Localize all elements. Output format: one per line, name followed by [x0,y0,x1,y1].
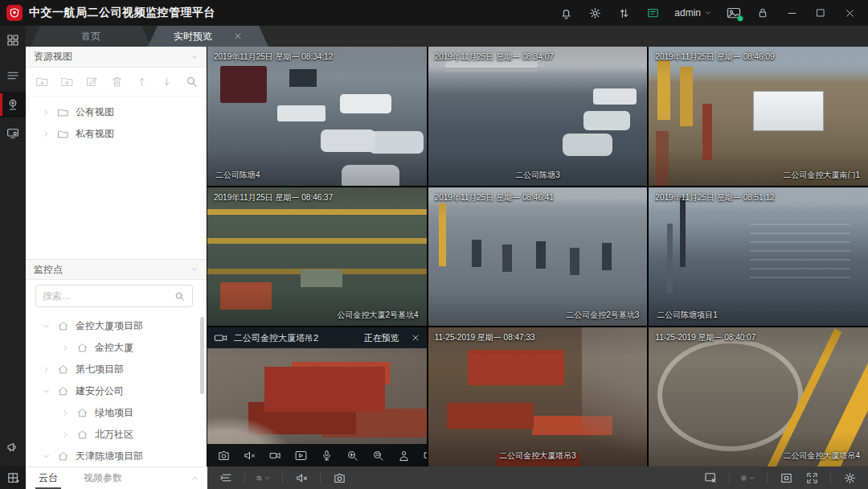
video-cell-5[interactable]: 2019年11月25日 星期一 08:46:41 二公司金控2号基坑3 [428,187,648,327]
chevron-down-icon[interactable] [42,387,51,396]
video-timestamp: 2019年11月25日 星期一 08:46:41 [435,192,554,203]
tab-ptz-label: 云台 [39,471,58,485]
tab-ptz[interactable]: 云台 [26,467,71,489]
folder-icon [57,106,69,118]
close-screen-icon[interactable] [703,471,718,485]
tree-item-label: 绿地项目 [95,406,133,420]
app-window: 中交一航局二公司视频监控管理平台 admin 首页 实时预览 [0,0,868,489]
tab-close-icon[interactable] [233,31,243,41]
tree-item-public-views[interactable]: 公有视图 [26,101,207,123]
goto-position-icon[interactable] [397,449,411,462]
tree-item-site[interactable]: 建安分公司 [26,380,207,402]
playback-icon[interactable] [294,449,308,462]
settings-icon[interactable] [588,6,602,20]
tree-item-private-views[interactable]: 私有视图 [26,123,207,145]
move-down-icon[interactable] [160,75,174,88]
chevron-right-icon[interactable] [42,129,51,138]
tab-home[interactable]: 首页 [31,26,151,47]
lock-icon[interactable] [755,6,770,20]
chevron-right-icon[interactable] [61,430,70,439]
svg-text:3D: 3D [375,453,381,457]
minimize-button[interactable] [784,6,799,20]
apps-grid-icon[interactable] [0,27,26,53]
tree-item-site[interactable]: 第七项目部 [26,359,207,380]
zoom-in-icon[interactable] [346,449,359,462]
device-settings-icon[interactable] [0,121,26,146]
pip-icon[interactable] [779,471,793,485]
search-icon[interactable] [185,75,199,88]
resource-tree: 公有视图 私有视图 [26,97,207,145]
tree-item-site[interactable]: 绿地项目 [26,402,207,424]
tree-item-site[interactable]: 北万社区 [26,424,207,446]
video-cell-6[interactable]: 2019年11月25日 星期一 08:51:12 二公司陈塘项目1 [649,187,868,327]
tree-item-label: 天津陈塘项目部 [76,450,143,463]
chevron-right-icon[interactable] [61,343,70,352]
chevron-up-icon[interactable] [190,474,199,483]
video-cell-3[interactable]: 2019年11月25日 星期一 08:46:09 二公司金控大厦南门1 [649,47,868,186]
capture-status-icon[interactable] [727,6,741,20]
tab-bar: 首页 实时预览 [26,26,868,47]
record-icon[interactable] [268,449,282,462]
search-input[interactable] [43,290,174,302]
chevron-down-icon[interactable] [42,322,51,331]
maximize-button[interactable] [813,6,828,20]
mute-icon[interactable] [243,449,256,462]
tab-live-preview[interactable]: 实时预览 [148,26,268,47]
resource-view-header[interactable]: 资源视图 [26,47,207,68]
tree-item-site[interactable]: 金控大厦项目部 [26,315,207,337]
left-panel: 资源视图 公有视图 私有视图 监控点 [26,47,207,466]
broadcast-icon[interactable] [0,434,26,460]
close-video-icon[interactable] [411,333,420,343]
tab-video-params[interactable]: 视频参数 [71,467,135,489]
video-cell-4[interactable]: 2019年11月25日 星期一 08:46:37 公司金控大厦2号基坑4 [207,187,427,327]
home-icon [57,450,69,462]
search-icon[interactable] [174,290,186,302]
video-cell-2[interactable]: 2019年11月25日 星期一 08:34:07 二公司陈塘3 [428,47,648,186]
snapshot-icon[interactable] [217,449,231,462]
mute-icon[interactable] [294,471,309,485]
wall-add-icon[interactable] [0,466,26,489]
grid-layout-icon[interactable] [741,471,755,485]
resource-toolbar [26,68,207,97]
tree-item-label: 私有视图 [76,127,114,141]
chevron-right-icon[interactable] [42,108,51,117]
video-timestamp: 2019年11月25日 星期一 08:46:09 [655,51,774,63]
snapshot-icon[interactable] [332,471,346,485]
video-cell-9[interactable]: 11-25-2019 星期一 08:40:07 二公司金控大厦塔吊4 [649,327,868,466]
video-cell-8[interactable]: 11-25-2019 星期一 08:47:33 二公司金控大厦塔吊3 [428,327,648,466]
preset-icon[interactable] [423,449,427,462]
zoom-3d-icon[interactable]: 3D [371,449,385,462]
video-cell-7-selected[interactable]: 二公司金控大厦塔吊2 正在预览 3D [207,327,427,466]
data-switch-icon[interactable] [616,6,631,20]
menu-icon[interactable] [0,63,26,88]
video-frame [649,327,868,466]
home-icon [57,320,69,332]
webcam-icon[interactable] [0,92,26,117]
stream-list-icon[interactable] [219,471,233,485]
close-button[interactable] [842,6,857,20]
bell-icon[interactable] [559,6,573,20]
chevron-right-icon[interactable] [42,365,51,374]
add-view-icon[interactable] [60,75,74,88]
add-folder-icon[interactable] [35,75,49,88]
grid-toolbar-right [703,471,857,485]
settings-icon[interactable] [842,471,857,485]
video-cell-1[interactable]: 2019年11月25日 星期一 08:34:12 二公司陈塘4 [207,47,427,186]
save-icon[interactable] [256,471,271,485]
monitor-points-header[interactable]: 监控点 [26,259,207,280]
tree-item-site[interactable]: 金控大厦 [26,337,207,359]
divider [282,472,283,483]
tab-video-params-label: 视频参数 [84,471,122,485]
user-menu[interactable]: admin [674,7,712,18]
chevron-down-icon[interactable] [42,452,51,461]
mic-icon[interactable] [320,449,334,462]
fullscreen-icon[interactable] [805,471,819,485]
edit-icon[interactable] [85,75,99,88]
camera-icon [214,333,227,343]
chevron-right-icon[interactable] [61,409,70,417]
delete-icon[interactable] [110,75,124,88]
move-up-icon[interactable] [135,75,149,88]
tv-wall-icon[interactable] [645,6,660,20]
tree-item-site[interactable]: 天津陈塘项目部 [26,446,207,467]
scrollbar[interactable] [200,317,204,394]
